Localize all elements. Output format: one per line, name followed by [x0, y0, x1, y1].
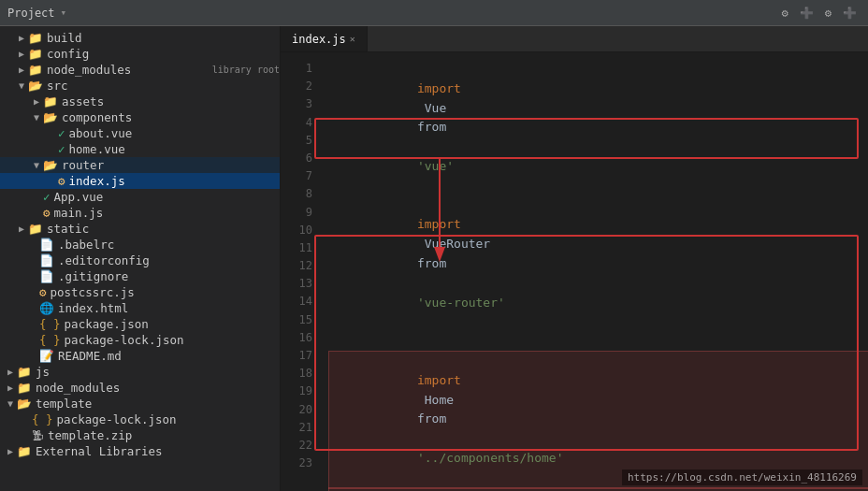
add-icon[interactable]: ➕: [796, 5, 817, 22]
tab-close-icon[interactable]: ✕: [350, 34, 355, 44]
sidebar-item-home-vue[interactable]: ✓ home.vue: [0, 141, 280, 157]
keyword: import: [417, 217, 461, 231]
settings-icon[interactable]: ⚙: [821, 5, 835, 22]
js-icon: ⚙: [43, 206, 51, 220]
line-num-12: 12: [281, 257, 312, 275]
keyword: import: [417, 373, 461, 387]
line-num-1: 1: [281, 60, 312, 78]
dropdown-arrow[interactable]: ▾: [61, 7, 67, 19]
sidebar-item-readme[interactable]: 📝 README.md: [0, 348, 280, 364]
sidebar-item-index-html[interactable]: 🌐 index.html: [0, 300, 280, 316]
editor-tab-index-js[interactable]: index.js ✕: [281, 26, 368, 51]
sidebar-item-package-lock-json[interactable]: { } package-lock.json: [0, 332, 280, 348]
sidebar-item-template-package-lock[interactable]: { } package-lock.json: [0, 412, 280, 427]
line-num-2: 2: [281, 78, 312, 95]
sidebar-item-js[interactable]: ▶ 📁 js: [0, 364, 280, 380]
code-text: from: [417, 256, 446, 270]
folder-icon: 📁: [43, 94, 58, 108]
json-icon: { }: [39, 333, 61, 347]
folder-icon: 📁: [28, 63, 43, 77]
sidebar-item-label: assets: [62, 94, 280, 108]
sidebar-item-babelrc[interactable]: 📄 .babelrc: [0, 237, 280, 253]
json-icon: { }: [32, 412, 53, 426]
sidebar-item-gitignore[interactable]: 📄 .gitignore: [0, 268, 280, 284]
sidebar-item-label: index.html: [58, 301, 280, 315]
vue-icon: ✓: [58, 126, 65, 140]
code-lines: import Vue from 'vue' import VueRouter f…: [318, 52, 868, 491]
line-num-4: 4: [281, 114, 312, 132]
folder-icon: 📁: [28, 222, 43, 236]
js-icon: ⚙: [58, 174, 65, 188]
sidebar-item-external-libraries[interactable]: ▶ 📁 External Libraries: [0, 443, 280, 459]
sidebar-item-label: .babelrc: [58, 238, 280, 252]
line-num-6: 6: [281, 150, 312, 167]
line-num-18: 18: [281, 365, 312, 383]
gear-icon[interactable]: ⚙: [778, 5, 792, 22]
line-num-13: 13: [281, 275, 312, 293]
sidebar-item-template-zip[interactable]: 🗜 template.zip: [0, 427, 280, 443]
sidebar-item-index-js[interactable]: ⚙ index.js: [0, 173, 280, 189]
line-num-23: 23: [281, 455, 312, 472]
sidebar-item-label: config: [47, 47, 280, 61]
title-bar-icons: ⚙ ➕ ⚙ ➕: [778, 5, 861, 22]
sidebar-item-label: package-lock.json: [57, 412, 280, 426]
sidebar-item-label: template.zip: [48, 428, 280, 442]
sidebar-item-app-vue[interactable]: ✓ App.vue: [0, 189, 280, 205]
sidebar-item-components[interactable]: ▼ 📂 components: [0, 109, 280, 125]
sidebar-item-assets[interactable]: ▶ 📁 assets: [0, 94, 280, 109]
code-line-2: import VueRouter from 'vue-router': [329, 196, 868, 333]
sidebar-item-src[interactable]: ▼ 📂 src: [0, 78, 280, 94]
sidebar-item-label: about.vue: [69, 126, 280, 140]
code-text: from: [417, 412, 446, 426]
plus-icon[interactable]: ➕: [839, 5, 861, 22]
sidebar-item-label: index.js: [69, 174, 280, 188]
sidebar-item-about-vue[interactable]: ✓ about.vue: [0, 125, 280, 141]
sidebar-item-node-modules[interactable]: ▶ 📁 node_modules library root: [0, 62, 280, 78]
library-badge: library root: [212, 65, 280, 75]
sidebar-item-node-modules2[interactable]: ▶ 📁 node_modules: [0, 380, 280, 396]
sidebar-item-label: .editorconfig: [58, 253, 280, 267]
project-label: Project: [7, 7, 55, 20]
arrow-icon: ▼: [30, 160, 43, 170]
line-num-15: 15: [281, 311, 312, 329]
js-icon: ⚙: [39, 285, 47, 299]
sidebar-item-main-js[interactable]: ⚙ main.js: [0, 205, 280, 221]
vue-icon: ✓: [58, 142, 65, 156]
folder-icon: 📁: [17, 444, 32, 458]
code-text: [417, 139, 425, 153]
folder-icon: 📁: [28, 47, 43, 61]
sidebar-item-label: package-lock.json: [65, 333, 280, 347]
sidebar-item-static[interactable]: ▶ 📁 static: [0, 221, 280, 237]
main-layout: ▶ 📁 build ▶ 📁 config ▶ 📁 node_modules li…: [0, 26, 868, 491]
sidebar-item-label: External Libraries: [36, 444, 280, 458]
sidebar-item-label: static: [47, 222, 280, 236]
sidebar-item-label: App.vue: [54, 190, 280, 204]
sidebar-item-editorconfig[interactable]: 📄 .editorconfig: [0, 253, 280, 268]
html-icon: 🌐: [39, 301, 54, 315]
sidebar-item-template[interactable]: ▼ 📂 template: [0, 396, 280, 412]
sidebar-item-package-json[interactable]: { } package.json: [0, 316, 280, 332]
line-num-16: 16: [281, 329, 312, 347]
sidebar-item-config[interactable]: ▶ 📁 config: [0, 46, 280, 62]
sidebar-item-postcssrc[interactable]: ⚙ postcssrc.js: [0, 284, 280, 300]
line-num-22: 22: [281, 437, 312, 455]
folder-open-icon: 📂: [28, 79, 43, 93]
folder-open-icon: 📂: [17, 397, 32, 411]
string-literal: 'vue-router': [417, 296, 505, 310]
sidebar-item-label: src: [47, 79, 280, 93]
sidebar-item-label: build: [47, 31, 280, 45]
string-literal: 'vue': [417, 159, 454, 173]
file-icon: 📄: [39, 238, 54, 252]
line-num-11: 11: [281, 239, 312, 257]
code-line-4: import Home from '../components/home': [329, 352, 868, 488]
sidebar-item-build[interactable]: ▶ 📁 build: [0, 30, 280, 46]
arrow-icon: ▶: [4, 383, 17, 393]
file-icon: 📄: [39, 253, 54, 267]
arrow-icon: ▶: [15, 224, 28, 234]
sidebar-item-router[interactable]: ▼ 📂 router: [0, 157, 280, 173]
md-icon: 📝: [39, 349, 54, 363]
sidebar-item-label: node_modules: [36, 381, 280, 395]
code-wrapper: 1 2 3 4 5 6 7 8 9 10 11 12 13 14 15 16 1: [281, 52, 868, 491]
arrow-icon: ▶: [4, 367, 17, 377]
sidebar: ▶ 📁 build ▶ 📁 config ▶ 📁 node_modules li…: [0, 26, 281, 491]
